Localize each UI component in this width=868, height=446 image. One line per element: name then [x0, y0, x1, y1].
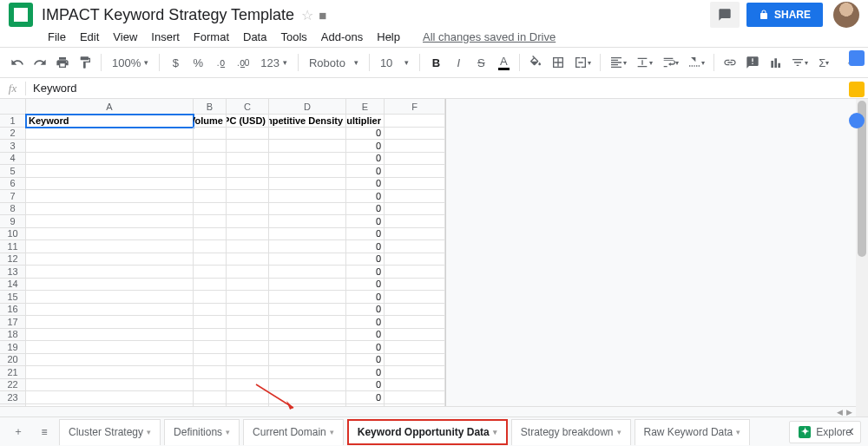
column-header[interactable]: D — [269, 99, 346, 115]
cell[interactable] — [194, 253, 227, 266]
cell[interactable] — [26, 140, 194, 153]
decrease-decimal-button[interactable]: .0̲ — [210, 51, 231, 74]
cell[interactable] — [194, 379, 227, 392]
menu-help[interactable]: Help — [371, 28, 406, 46]
cell[interactable] — [26, 279, 194, 292]
row-header[interactable]: 7 — [0, 190, 26, 203]
cell[interactable] — [385, 279, 445, 292]
row-header[interactable]: 19 — [0, 341, 26, 354]
avatar[interactable] — [833, 2, 859, 28]
cell[interactable]: 0 — [346, 203, 385, 216]
cell[interactable] — [227, 178, 269, 191]
undo-button[interactable] — [7, 51, 28, 74]
cell[interactable] — [269, 165, 346, 178]
cell[interactable]: 0 — [346, 228, 385, 241]
scroll-right-button[interactable]: ▶ — [846, 408, 852, 416]
cell[interactable] — [385, 128, 445, 141]
cell[interactable] — [227, 329, 269, 342]
cell[interactable]: 0 — [346, 379, 385, 392]
cell[interactable] — [269, 253, 346, 266]
star-icon[interactable]: ☆ — [301, 7, 313, 23]
cell[interactable] — [26, 329, 194, 342]
side-panel-toggle[interactable]: ‹ — [838, 418, 865, 443]
cell[interactable]: CPC (USD) — [227, 115, 269, 128]
cell[interactable]: 0 — [346, 266, 385, 279]
cell[interactable] — [269, 266, 346, 279]
cell[interactable]: Multiplier — [346, 115, 385, 128]
cell[interactable] — [269, 279, 346, 292]
cell[interactable] — [26, 304, 194, 317]
menu-file[interactable]: File — [42, 28, 72, 46]
merge-button[interactable]: ▾ — [570, 51, 595, 74]
cell[interactable] — [385, 165, 445, 178]
cell[interactable] — [269, 240, 346, 253]
cell[interactable] — [26, 379, 194, 392]
cell[interactable] — [194, 228, 227, 241]
cell[interactable] — [227, 391, 269, 404]
row-header[interactable]: 14 — [0, 279, 26, 292]
cell[interactable] — [194, 266, 227, 279]
cell[interactable]: 0 — [346, 215, 385, 228]
cell[interactable] — [385, 354, 445, 367]
cell[interactable] — [194, 329, 227, 342]
rotate-button[interactable]: ▾ — [684, 51, 708, 74]
cell[interactable] — [385, 228, 445, 241]
cell[interactable]: 0 — [346, 153, 385, 166]
keep-icon[interactable] — [849, 82, 865, 97]
wrap-button[interactable]: ▾ — [658, 51, 682, 74]
cell[interactable] — [227, 165, 269, 178]
cell[interactable] — [227, 341, 269, 354]
cell[interactable]: 0 — [346, 279, 385, 292]
cell[interactable]: 0 — [346, 366, 385, 379]
formula-input[interactable]: Keyword — [26, 82, 77, 95]
fill-color-button[interactable] — [525, 51, 546, 74]
cell[interactable] — [227, 379, 269, 392]
cell[interactable] — [385, 215, 445, 228]
comments-button[interactable] — [710, 2, 740, 28]
format-percent-button[interactable]: % — [187, 51, 208, 74]
cell[interactable] — [227, 140, 269, 153]
chevron-down-icon[interactable]: ▾ — [226, 428, 230, 436]
cell[interactable] — [26, 153, 194, 166]
row-header[interactable]: 13 — [0, 266, 26, 279]
chevron-down-icon[interactable]: ▾ — [493, 428, 497, 436]
cell[interactable] — [227, 316, 269, 329]
cell[interactable]: 0 — [346, 329, 385, 342]
column-header[interactable]: A — [26, 99, 194, 115]
sheet-tab[interactable]: Keyword Opportunity Data▾ — [347, 419, 508, 445]
cell[interactable] — [227, 291, 269, 304]
cell[interactable] — [385, 153, 445, 166]
cell[interactable] — [194, 203, 227, 216]
cell[interactable]: Keyword — [26, 115, 194, 128]
row-header[interactable]: 3 — [0, 140, 26, 153]
cell[interactable] — [385, 203, 445, 216]
bold-button[interactable]: B — [425, 51, 446, 74]
cell[interactable] — [194, 304, 227, 317]
vertical-scrollbar[interactable] — [856, 99, 868, 420]
link-button[interactable] — [720, 51, 740, 74]
row-header[interactable]: 11 — [0, 240, 26, 253]
cell[interactable] — [385, 178, 445, 191]
cell[interactable] — [26, 165, 194, 178]
menu-format[interactable]: Format — [187, 28, 235, 46]
cell[interactable] — [269, 178, 346, 191]
chart-button[interactable] — [765, 51, 786, 74]
menu-addons[interactable]: Add-ons — [315, 28, 369, 46]
cell[interactable] — [194, 140, 227, 153]
cell[interactable]: 0 — [346, 128, 385, 141]
cell[interactable] — [26, 228, 194, 241]
cell[interactable] — [194, 240, 227, 253]
cell[interactable] — [269, 354, 346, 367]
zoom-select[interactable]: 100%▾ — [107, 56, 154, 69]
folder-icon[interactable]: ■ — [319, 8, 326, 23]
cell[interactable] — [26, 366, 194, 379]
cell[interactable] — [385, 304, 445, 317]
cell[interactable] — [269, 379, 346, 392]
add-sheet-button[interactable]: ＋ — [7, 421, 30, 443]
cell[interactable] — [385, 190, 445, 203]
row-header[interactable]: 6 — [0, 178, 26, 191]
row-header[interactable]: 23 — [0, 391, 26, 404]
menu-tools[interactable]: Tools — [274, 28, 312, 46]
cell[interactable] — [269, 391, 346, 404]
cell[interactable] — [269, 341, 346, 354]
